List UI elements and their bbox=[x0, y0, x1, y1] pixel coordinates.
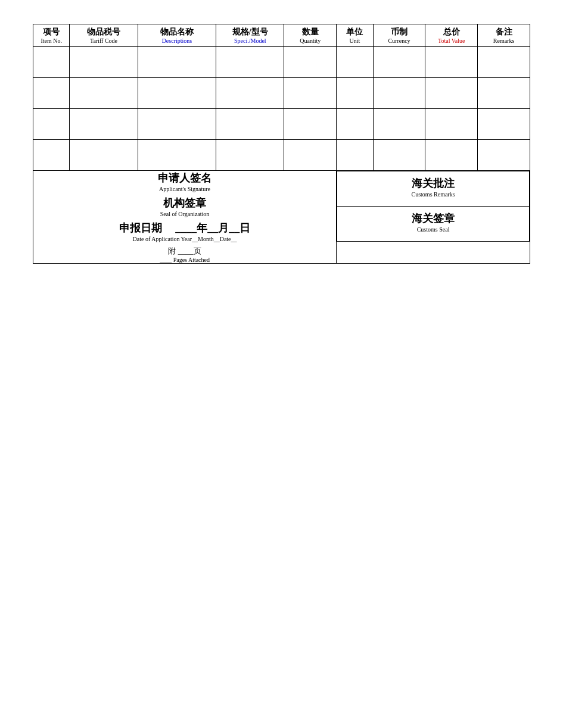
cell-remarks-1 bbox=[478, 47, 530, 78]
cell-total-2 bbox=[425, 78, 478, 109]
table-row bbox=[33, 109, 530, 140]
col-header-itemno: 项号 Item No. bbox=[33, 24, 70, 47]
col-header-total: 总价 Total Value bbox=[425, 24, 478, 47]
cell-total-1 bbox=[425, 47, 478, 78]
footer-right-table: 海关批注 Customs Remarks 海关签章 Customs Seal bbox=[337, 171, 530, 242]
footer-right-cell: 海关批注 Customs Remarks 海关签章 Customs Seal bbox=[337, 171, 530, 264]
footer-right-bottom: 海关签章 Customs Seal bbox=[337, 207, 530, 242]
table-row bbox=[33, 47, 530, 78]
cell-tariff-2 bbox=[70, 78, 138, 109]
col-header-remarks: 备注 Remarks bbox=[478, 24, 530, 47]
page: 项号 Item No. 物品税号 Tariff Code 物品名称 Descri… bbox=[0, 0, 563, 728]
cell-currency-3 bbox=[373, 109, 425, 140]
cell-spec-1 bbox=[216, 47, 284, 78]
customs-seal-cell: 海关签章 Customs Seal bbox=[337, 207, 530, 242]
cell-qty-3 bbox=[284, 109, 337, 140]
cell-desc-1 bbox=[138, 47, 216, 78]
cell-remarks-4 bbox=[478, 140, 530, 171]
cell-itemno-4 bbox=[33, 140, 70, 171]
col-header-spec: 规格/型号 Speci./Model bbox=[216, 24, 284, 47]
cell-itemno-1 bbox=[33, 47, 70, 78]
cell-unit-1 bbox=[337, 47, 373, 78]
col-header-desc: 物品名称 Descriptions bbox=[138, 24, 216, 47]
footer-right-top: 海关批注 Customs Remarks bbox=[337, 171, 530, 207]
cell-unit-3 bbox=[337, 109, 373, 140]
col-header-tariff: 物品税号 Tariff Code bbox=[70, 24, 138, 47]
cell-qty-2 bbox=[284, 78, 337, 109]
cell-desc-3 bbox=[138, 109, 216, 140]
cell-currency-2 bbox=[373, 78, 425, 109]
cell-desc-4 bbox=[138, 140, 216, 171]
cell-qty-4 bbox=[284, 140, 337, 171]
table-row bbox=[33, 140, 530, 171]
cell-qty-1 bbox=[284, 47, 337, 78]
cell-total-3 bbox=[425, 109, 478, 140]
cell-tariff-4 bbox=[70, 140, 138, 171]
table-header-row: 项号 Item No. 物品税号 Tariff Code 物品名称 Descri… bbox=[33, 24, 530, 47]
footer-left-cell: 申请人签名 Applicant's Signature 机构签章 Seal of… bbox=[33, 171, 337, 264]
cell-currency-4 bbox=[373, 140, 425, 171]
cell-tariff-3 bbox=[70, 109, 138, 140]
cell-unit-4 bbox=[337, 140, 373, 171]
date-label: 申报日期 ____年__月__日 bbox=[33, 221, 336, 235]
cell-desc-2 bbox=[138, 78, 216, 109]
customs-form-table: 项号 Item No. 物品税号 Tariff Code 物品名称 Descri… bbox=[33, 24, 530, 264]
col-header-unit: 单位 Unit bbox=[337, 24, 373, 47]
cell-remarks-2 bbox=[478, 78, 530, 109]
cell-total-4 bbox=[425, 140, 478, 171]
cell-itemno-3 bbox=[33, 109, 70, 140]
col-header-currency: 币制 Currency bbox=[373, 24, 425, 47]
cell-remarks-3 bbox=[478, 109, 530, 140]
cell-unit-2 bbox=[337, 78, 373, 109]
customs-remarks-cell: 海关批注 Customs Remarks bbox=[337, 171, 530, 207]
table-row bbox=[33, 78, 530, 109]
cell-itemno-2 bbox=[33, 78, 70, 109]
cell-tariff-1 bbox=[70, 47, 138, 78]
col-header-qty: 数量 Quantity bbox=[284, 24, 337, 47]
cell-currency-1 bbox=[373, 47, 425, 78]
cell-spec-4 bbox=[216, 140, 284, 171]
cell-spec-3 bbox=[216, 109, 284, 140]
cell-spec-2 bbox=[216, 78, 284, 109]
footer-row: 申请人签名 Applicant's Signature 机构签章 Seal of… bbox=[33, 171, 530, 264]
